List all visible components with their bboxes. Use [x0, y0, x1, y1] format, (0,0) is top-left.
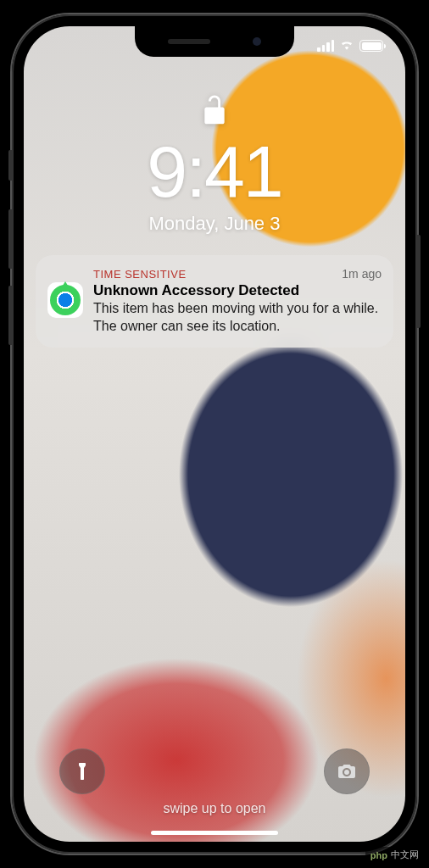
watermark: php 中文网: [365, 847, 424, 863]
camera-button[interactable]: [324, 748, 370, 794]
swipe-hint: swipe up to open: [24, 801, 405, 816]
phone-frame: 9:41 Monday, June 3 TIME SENSITIVE 1m ag…: [12, 14, 417, 854]
power-button[interactable]: [417, 235, 421, 328]
unlock-icon: [24, 94, 405, 130]
watermark-text: 中文网: [391, 849, 419, 861]
wifi-icon: [339, 38, 354, 53]
notification-card[interactable]: TIME SENSITIVE 1m ago Unknown Accessory …: [36, 255, 393, 348]
volume-down-button[interactable]: [8, 286, 12, 345]
flashlight-button[interactable]: [59, 748, 105, 794]
home-indicator[interactable]: [151, 831, 278, 835]
find-my-icon: [47, 282, 83, 318]
clock-area: 9:41 Monday, June 3: [24, 26, 405, 235]
notification-body: TIME SENSITIVE 1m ago Unknown Accessory …: [93, 267, 382, 336]
front-camera: [253, 37, 261, 46]
silent-switch[interactable]: [8, 150, 12, 181]
date: Monday, June 3: [24, 213, 405, 235]
notch: [135, 26, 294, 57]
notification-timestamp: 1m ago: [342, 267, 382, 281]
notification-title: Unknown Accessory Detected: [93, 282, 382, 299]
battery-icon: [359, 40, 383, 52]
time-sensitive-label: TIME SENSITIVE: [93, 268, 187, 281]
watermark-prefix: php: [370, 850, 387, 860]
lock-screen[interactable]: 9:41 Monday, June 3 TIME SENSITIVE 1m ag…: [24, 26, 405, 842]
speaker: [168, 39, 210, 44]
time: 9:41: [24, 135, 405, 208]
cellular-signal-icon: [317, 40, 334, 52]
notification-message: This item has been moving with you for a…: [93, 300, 382, 336]
volume-up-button[interactable]: [8, 209, 12, 269]
status-bar: [317, 38, 383, 53]
